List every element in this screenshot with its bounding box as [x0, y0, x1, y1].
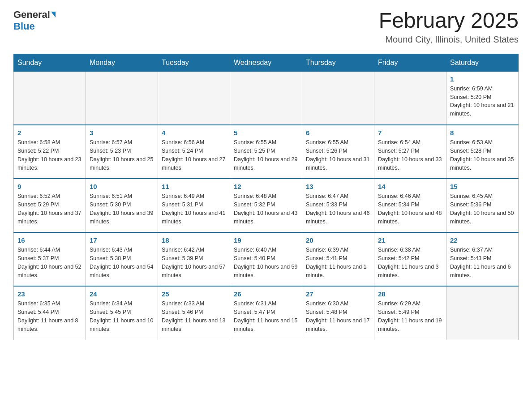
calendar-cell: 27Sunrise: 6:30 AMSunset: 5:48 PMDayligh… — [302, 286, 374, 340]
calendar-cell: 11Sunrise: 6:49 AMSunset: 5:31 PMDayligh… — [158, 179, 230, 232]
col-sunday: Sunday — [14, 54, 86, 71]
day-number: 14 — [378, 183, 442, 190]
day-info: Sunrise: 6:30 AMSunset: 5:48 PMDaylight:… — [306, 300, 370, 333]
calendar-cell: 14Sunrise: 6:46 AMSunset: 5:34 PMDayligh… — [374, 179, 446, 232]
day-info: Sunrise: 6:55 AMSunset: 5:26 PMDaylight:… — [306, 138, 370, 172]
calendar-cell — [86, 71, 158, 125]
day-info: Sunrise: 6:51 AMSunset: 5:30 PMDaylight:… — [90, 192, 154, 226]
day-info: Sunrise: 6:45 AMSunset: 5:36 PMDaylight:… — [450, 192, 515, 226]
calendar-cell: 13Sunrise: 6:47 AMSunset: 5:33 PMDayligh… — [302, 179, 374, 232]
day-number: 16 — [17, 236, 82, 244]
day-info: Sunrise: 6:38 AMSunset: 5:42 PMDaylight:… — [378, 246, 442, 279]
calendar-week-4: 16Sunrise: 6:44 AMSunset: 5:37 PMDayligh… — [14, 232, 519, 286]
day-number: 1 — [450, 75, 515, 83]
day-number: 27 — [306, 290, 370, 298]
calendar-cell — [302, 71, 374, 125]
day-info: Sunrise: 6:40 AMSunset: 5:40 PMDaylight:… — [234, 246, 298, 279]
day-number: 23 — [17, 290, 82, 298]
day-info: Sunrise: 6:31 AMSunset: 5:47 PMDaylight:… — [234, 300, 298, 333]
day-number: 10 — [90, 183, 154, 190]
calendar-cell — [446, 286, 519, 340]
calendar-cell: 10Sunrise: 6:51 AMSunset: 5:30 PMDayligh… — [86, 179, 158, 232]
day-number: 21 — [378, 236, 442, 244]
month-title: February 2025 — [379, 9, 519, 33]
calendar-cell: 18Sunrise: 6:42 AMSunset: 5:39 PMDayligh… — [158, 232, 230, 286]
title-area: February 2025 Mound City, Illinois, Unit… — [379, 9, 519, 45]
calendar-cell: 28Sunrise: 6:29 AMSunset: 5:49 PMDayligh… — [374, 286, 446, 340]
day-info: Sunrise: 6:43 AMSunset: 5:38 PMDaylight:… — [90, 246, 154, 279]
calendar-cell: 1Sunrise: 6:59 AMSunset: 5:20 PMDaylight… — [446, 71, 519, 125]
calendar-cell: 25Sunrise: 6:33 AMSunset: 5:46 PMDayligh… — [158, 286, 230, 340]
day-info: Sunrise: 6:34 AMSunset: 5:45 PMDaylight:… — [90, 300, 154, 333]
logo-triangle-icon — [51, 12, 56, 17]
calendar-cell: 5Sunrise: 6:55 AMSunset: 5:25 PMDaylight… — [230, 125, 302, 179]
day-number: 6 — [306, 129, 370, 137]
calendar-cell — [230, 71, 302, 125]
col-wednesday: Wednesday — [230, 54, 302, 71]
calendar-cell: 19Sunrise: 6:40 AMSunset: 5:40 PMDayligh… — [230, 232, 302, 286]
calendar-cell: 23Sunrise: 6:35 AMSunset: 5:44 PMDayligh… — [14, 286, 86, 340]
day-info: Sunrise: 6:42 AMSunset: 5:39 PMDaylight:… — [162, 246, 226, 279]
calendar-cell: 4Sunrise: 6:56 AMSunset: 5:24 PMDaylight… — [158, 125, 230, 179]
day-number: 15 — [450, 183, 515, 190]
day-info: Sunrise: 6:57 AMSunset: 5:23 PMDaylight:… — [90, 138, 154, 172]
day-number: 4 — [162, 129, 226, 137]
day-number: 8 — [450, 129, 515, 137]
calendar-cell — [14, 71, 86, 125]
day-info: Sunrise: 6:48 AMSunset: 5:32 PMDaylight:… — [234, 192, 298, 226]
day-info: Sunrise: 6:46 AMSunset: 5:34 PMDaylight:… — [378, 192, 442, 226]
calendar-cell: 26Sunrise: 6:31 AMSunset: 5:47 PMDayligh… — [230, 286, 302, 340]
day-info: Sunrise: 6:37 AMSunset: 5:43 PMDaylight:… — [450, 246, 515, 279]
calendar-week-1: 1Sunrise: 6:59 AMSunset: 5:20 PMDaylight… — [14, 71, 519, 125]
col-friday: Friday — [374, 54, 446, 71]
day-info: Sunrise: 6:49 AMSunset: 5:31 PMDaylight:… — [162, 192, 226, 226]
logo: General Blue — [13, 9, 56, 32]
day-number: 12 — [234, 183, 298, 190]
calendar-week-5: 23Sunrise: 6:35 AMSunset: 5:44 PMDayligh… — [14, 286, 519, 340]
calendar-cell: 6Sunrise: 6:55 AMSunset: 5:26 PMDaylight… — [302, 125, 374, 179]
col-tuesday: Tuesday — [158, 54, 230, 71]
day-info: Sunrise: 6:55 AMSunset: 5:25 PMDaylight:… — [234, 138, 298, 172]
day-info: Sunrise: 6:59 AMSunset: 5:20 PMDaylight:… — [450, 85, 515, 118]
calendar-cell: 24Sunrise: 6:34 AMSunset: 5:45 PMDayligh… — [86, 286, 158, 340]
calendar-cell: 21Sunrise: 6:38 AMSunset: 5:42 PMDayligh… — [374, 232, 446, 286]
weekday-header-row: Sunday Monday Tuesday Wednesday Thursday… — [14, 54, 519, 71]
day-info: Sunrise: 6:56 AMSunset: 5:24 PMDaylight:… — [162, 138, 226, 172]
location-label: Mound City, Illinois, United States — [379, 34, 519, 45]
day-info: Sunrise: 6:52 AMSunset: 5:29 PMDaylight:… — [17, 192, 82, 226]
calendar-cell — [374, 71, 446, 125]
calendar-cell: 8Sunrise: 6:53 AMSunset: 5:28 PMDaylight… — [446, 125, 519, 179]
day-info: Sunrise: 6:35 AMSunset: 5:44 PMDaylight:… — [17, 300, 82, 333]
day-info: Sunrise: 6:29 AMSunset: 5:49 PMDaylight:… — [378, 300, 442, 333]
day-info: Sunrise: 6:44 AMSunset: 5:37 PMDaylight:… — [17, 246, 82, 279]
calendar-cell: 22Sunrise: 6:37 AMSunset: 5:43 PMDayligh… — [446, 232, 519, 286]
day-info: Sunrise: 6:54 AMSunset: 5:27 PMDaylight:… — [378, 138, 442, 172]
day-number: 25 — [162, 290, 226, 298]
calendar-cell: 20Sunrise: 6:39 AMSunset: 5:41 PMDayligh… — [302, 232, 374, 286]
page-header: General Blue February 2025 Mound City, I… — [13, 9, 519, 45]
calendar-cell: 2Sunrise: 6:58 AMSunset: 5:22 PMDaylight… — [14, 125, 86, 179]
calendar-cell: 3Sunrise: 6:57 AMSunset: 5:23 PMDaylight… — [86, 125, 158, 179]
day-info: Sunrise: 6:53 AMSunset: 5:28 PMDaylight:… — [450, 138, 515, 172]
calendar-cell: 9Sunrise: 6:52 AMSunset: 5:29 PMDaylight… — [14, 179, 86, 232]
calendar-week-2: 2Sunrise: 6:58 AMSunset: 5:22 PMDaylight… — [14, 125, 519, 179]
col-monday: Monday — [86, 54, 158, 71]
day-info: Sunrise: 6:33 AMSunset: 5:46 PMDaylight:… — [162, 300, 226, 333]
day-number: 13 — [306, 183, 370, 190]
logo-general-text: General — [13, 9, 50, 20]
day-number: 17 — [90, 236, 154, 244]
logo-top: General — [13, 9, 56, 21]
calendar-cell: 12Sunrise: 6:48 AMSunset: 5:32 PMDayligh… — [230, 179, 302, 232]
day-number: 2 — [17, 129, 82, 137]
day-number: 9 — [17, 183, 82, 190]
day-number: 18 — [162, 236, 226, 244]
col-saturday: Saturday — [446, 54, 519, 71]
calendar-cell: 17Sunrise: 6:43 AMSunset: 5:38 PMDayligh… — [86, 232, 158, 286]
day-info: Sunrise: 6:58 AMSunset: 5:22 PMDaylight:… — [17, 138, 82, 172]
logo-blue-text: Blue — [13, 21, 35, 32]
calendar-week-3: 9Sunrise: 6:52 AMSunset: 5:29 PMDaylight… — [14, 179, 519, 232]
calendar-cell — [158, 71, 230, 125]
day-number: 24 — [90, 290, 154, 298]
day-number: 22 — [450, 236, 515, 244]
day-number: 11 — [162, 183, 226, 190]
